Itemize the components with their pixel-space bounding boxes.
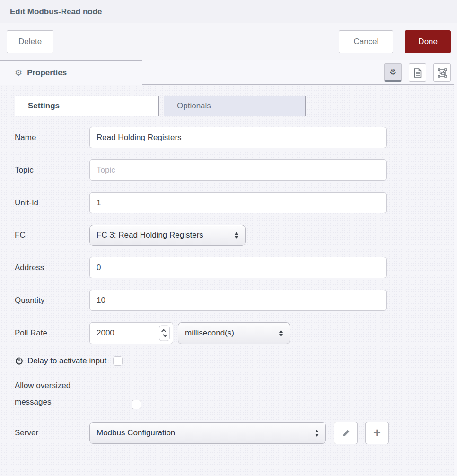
address-label: Address [15,263,89,273]
dialog-header: Edit Modbus-Read node [0,0,457,23]
unit-id-label: Unit-Id [15,198,89,208]
appearance-view-button[interactable] [433,63,451,82]
poll-rate-unit-select[interactable]: millisecond(s) [178,322,290,344]
form-row-quantity: Quantity [15,290,454,311]
tab-properties[interactable]: ⚙ Properties [0,60,142,85]
topic-input[interactable] [89,159,387,181]
form-row-name: Name [15,127,454,148]
delay-label: Delay to activate input [27,356,106,366]
cancel-button[interactable]: Cancel [339,30,393,53]
tab-settings[interactable]: Settings [15,96,159,116]
form-row-fc: FC FC 3: Read Holding Registers [15,225,454,246]
tab-settings-label: Settings [28,101,60,111]
tab-optionals-label: Optionals [177,101,211,111]
properties-view-button[interactable]: ⚙ [384,63,402,82]
gear-icon: ⚙ [15,69,22,77]
select-arrows-icon [310,430,319,437]
poll-rate-label: Poll Rate [15,328,89,338]
form-row-delay: Delay to activate input [15,356,454,366]
appearance-icon [438,68,447,78]
dialog-title: Edit Modbus-Read node [10,7,102,17]
edit-node-dialog: Edit Modbus-Read node Delete Cancel Done… [0,0,457,476]
fc-label: FC [15,230,89,240]
quantity-input[interactable] [89,290,387,311]
server-select[interactable]: Modbus Configuration [89,422,326,444]
subtab-bar: Settings Optionals [0,95,454,116]
name-label: Name [15,133,89,142]
gear-icon: ⚙ [389,68,396,76]
properties-panel: Settings Optionals Name Topic Unit-Id FC… [0,85,454,476]
tab-properties-label: Properties [27,68,67,78]
quantity-label: Quantity [15,296,89,305]
delete-button[interactable]: Delete [7,30,53,53]
add-server-button[interactable]: + [365,422,389,444]
power-icon [15,357,24,366]
name-input[interactable] [89,127,387,148]
form-row-poll-rate: Poll Rate millisecond(s) [15,322,454,344]
form-row-address: Address [15,257,454,278]
tab-optionals[interactable]: Optionals [164,96,306,116]
fc-select[interactable]: FC 3: Read Holding Registers [89,225,246,246]
topic-label: Topic [15,166,89,175]
editor-tab-bar: ⚙ Properties ⚙ [0,60,454,85]
address-input[interactable] [89,257,387,278]
poll-rate-unit-value: millisecond(s) [185,328,234,338]
select-arrows-icon [230,232,238,239]
delay-checkbox[interactable] [113,356,123,366]
form-row-server: Server Modbus Configuration + [15,422,454,444]
pencil-icon [342,429,350,437]
fc-select-value: FC 3: Read Holding Registers [97,230,203,240]
oversized-label: Allow oversized messages [15,377,86,410]
form-row-oversized: Allow oversized messages [15,377,454,410]
edit-server-button[interactable] [334,422,358,444]
done-button[interactable]: Done [405,30,451,53]
plus-icon: + [373,427,381,440]
oversized-checkbox[interactable] [132,400,141,409]
description-view-button[interactable] [409,63,426,82]
unit-id-input[interactable] [89,192,387,213]
dialog-toolbar: Delete Cancel Done [0,23,457,60]
document-icon [414,68,422,78]
editor-tab-toolbar: ⚙ [384,63,451,82]
server-label: Server [15,428,89,438]
form-row-unit-id: Unit-Id [15,192,454,213]
select-arrows-icon [274,330,283,337]
poll-rate-field [89,322,173,344]
poll-rate-stepper[interactable] [159,326,170,341]
server-select-value: Modbus Configuration [97,428,175,438]
form-row-topic: Topic [15,159,454,181]
